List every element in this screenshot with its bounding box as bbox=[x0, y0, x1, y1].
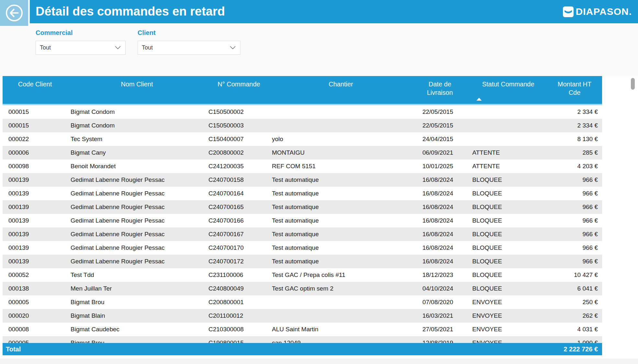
sort-ascending-icon bbox=[476, 98, 482, 101]
page-title: Détail des commandes en retard bbox=[36, 0, 225, 23]
table-row[interactable]: 000020 Bigmat Blain C201100012 16/03/202… bbox=[3, 309, 602, 323]
cell-code-client: 000139 bbox=[3, 173, 67, 187]
cell-statut-commande: ENVOYEE bbox=[469, 309, 547, 323]
report-page: Détail des commandes en retard DIAPASON.… bbox=[0, 0, 638, 364]
cell-montant-ht: 4 031 € bbox=[547, 323, 602, 336]
commercial-filter-dropdown[interactable]: Tout bbox=[36, 41, 126, 55]
cell-code-client: 000139 bbox=[3, 200, 67, 214]
cell-nom-client: Bigmat Brou bbox=[67, 295, 207, 309]
cell-montant-ht: 6 041 € bbox=[547, 282, 602, 295]
table-row[interactable]: 000005 Bigmat Brou C200800001 07/08/2020… bbox=[3, 295, 602, 309]
cell-date-livraison: 07/08/2020 bbox=[410, 295, 469, 309]
cell-chantier bbox=[271, 295, 410, 309]
cell-code-client: 000015 bbox=[3, 105, 67, 119]
table-row[interactable]: 000139 Gedimat Labenne Rougier Pessac C2… bbox=[3, 227, 602, 241]
cell-chantier: can 12049 bbox=[271, 336, 410, 343]
table-total-row: Total 2 222 726 € bbox=[3, 343, 602, 355]
cell-nom-client: Gedimat Labenne Rougier Pessac bbox=[67, 214, 207, 227]
cell-chantier bbox=[271, 309, 410, 323]
cell-num-commande: C200800001 bbox=[207, 295, 271, 309]
table-row[interactable]: 000005 Bigmat Brou C190800015 can 12049 … bbox=[3, 336, 602, 343]
cell-date-livraison: 27/05/2021 bbox=[410, 323, 469, 336]
cell-chantier bbox=[271, 119, 410, 132]
table-row[interactable]: 000139 Gedimat Labenne Rougier Pessac C2… bbox=[3, 173, 602, 187]
cell-montant-ht: 285 € bbox=[547, 146, 602, 160]
column-header-nom-client[interactable]: Nom Client bbox=[67, 76, 207, 104]
cell-statut-commande: BLOQUEE bbox=[469, 282, 547, 295]
table-row[interactable]: 000006 Bigmat Cany C200800002 MONTAIGU 0… bbox=[3, 146, 602, 160]
cell-nom-client: Bigmat Brou bbox=[67, 336, 207, 343]
cell-code-client: 000020 bbox=[3, 309, 67, 323]
cell-chantier: Test GAC / Prepa colis #11 bbox=[271, 268, 410, 282]
cell-chantier bbox=[271, 105, 410, 119]
orders-table: Code Client Nom Client N° Commande Chant… bbox=[3, 76, 602, 355]
cell-date-livraison: 16/08/2024 bbox=[410, 200, 469, 214]
cell-num-commande: C200800002 bbox=[207, 146, 271, 160]
column-header-num-commande[interactable]: N° Commande bbox=[207, 76, 271, 104]
app-header-bar: Détail des commandes en retard DIAPASON. bbox=[0, 0, 638, 23]
cell-chantier: MONTAIGU bbox=[271, 146, 410, 160]
table-row[interactable]: 000138 Men Juillan Ter C240800049 Test G… bbox=[3, 282, 602, 295]
client-filter-label: Client bbox=[138, 29, 156, 37]
cell-code-client: 000052 bbox=[3, 268, 67, 282]
cell-num-commande: C210300008 bbox=[207, 323, 271, 336]
cell-chantier: Test GAC optim sem 2 bbox=[271, 282, 410, 295]
table-row[interactable]: 000098 Benoit Morandet C241200035 REF CO… bbox=[3, 160, 602, 173]
cell-montant-ht: 966 € bbox=[547, 173, 602, 187]
column-header-chantier[interactable]: Chantier bbox=[271, 76, 410, 104]
cell-chantier: yolo bbox=[271, 132, 410, 146]
cell-code-client: 000139 bbox=[3, 227, 67, 241]
cell-date-livraison: 16/08/2024 bbox=[410, 173, 469, 187]
column-header-statut-commande[interactable]: Statut Commande bbox=[469, 76, 547, 104]
cell-code-client: 000022 bbox=[3, 132, 67, 146]
cell-chantier: Test automatique bbox=[271, 200, 410, 214]
cell-date-livraison: 16/08/2024 bbox=[410, 241, 469, 255]
cell-montant-ht: 262 € bbox=[547, 309, 602, 323]
vertical-scrollbar-thumb[interactable] bbox=[631, 78, 635, 90]
cell-chantier: Test automatique bbox=[271, 187, 410, 200]
cell-nom-client: Test Tdd bbox=[67, 268, 207, 282]
table-row[interactable]: 000052 Test Tdd C231100006 Test GAC / Pr… bbox=[3, 268, 602, 282]
cell-montant-ht: 10 427 € bbox=[547, 268, 602, 282]
cell-date-livraison: 16/08/2024 bbox=[410, 255, 469, 268]
cell-statut-commande bbox=[469, 132, 547, 146]
table-row[interactable]: 000139 Gedimat Labenne Rougier Pessac C2… bbox=[3, 187, 602, 200]
cell-statut-commande bbox=[469, 105, 547, 119]
client-filter-dropdown[interactable]: Tout bbox=[138, 41, 241, 55]
cell-nom-client: Men Juillan Ter bbox=[67, 282, 207, 295]
cell-montant-ht: 2 334 € bbox=[547, 105, 602, 119]
table-row[interactable]: 000139 Gedimat Labenne Rougier Pessac C2… bbox=[3, 214, 602, 227]
table-row[interactable]: 000015 Bigmat Condom C150500002 22/05/20… bbox=[3, 105, 602, 119]
table-row[interactable]: 000008 Bigmat Caudebec C210300008 ALU Sa… bbox=[3, 323, 602, 336]
cell-statut-commande bbox=[469, 119, 547, 132]
table-row[interactable]: 000015 Bigmat Condom C150500003 22/05/20… bbox=[3, 119, 602, 132]
cell-montant-ht: 966 € bbox=[547, 187, 602, 200]
column-header-date-livraison[interactable]: Date de Livraison bbox=[410, 76, 469, 104]
cell-date-livraison: 16/08/2024 bbox=[410, 214, 469, 227]
cell-chantier: Test automatique bbox=[271, 241, 410, 255]
chevron-down-icon bbox=[115, 46, 121, 50]
cell-statut-commande: BLOQUEE bbox=[469, 200, 547, 214]
cell-nom-client: Bigmat Cany bbox=[67, 146, 207, 160]
arrow-left-icon bbox=[5, 4, 23, 22]
column-header-montant-ht[interactable]: Montant HT Cde bbox=[547, 76, 602, 104]
cell-chantier: Test automatique bbox=[271, 227, 410, 241]
cell-montant-ht: 966 € bbox=[547, 255, 602, 268]
column-header-code-client[interactable]: Code Client bbox=[3, 76, 67, 104]
cell-num-commande: C201100012 bbox=[207, 309, 271, 323]
cell-statut-commande: BLOQUEE bbox=[469, 268, 547, 282]
cell-num-commande: C240800049 bbox=[207, 282, 271, 295]
cell-statut-commande: BLOQUEE bbox=[469, 255, 547, 268]
cell-num-commande: C240700170 bbox=[207, 241, 271, 255]
table-row[interactable]: 000139 Gedimat Labenne Rougier Pessac C2… bbox=[3, 255, 602, 268]
cell-chantier: Test automatique bbox=[271, 255, 410, 268]
table-row[interactable]: 000139 Gedimat Labenne Rougier Pessac C2… bbox=[3, 241, 602, 255]
cell-chantier: Test automatique bbox=[271, 214, 410, 227]
cell-statut-commande: BLOQUEE bbox=[469, 214, 547, 227]
brand-logo: DIAPASON. bbox=[563, 0, 632, 23]
commercial-filter-label: Commercial bbox=[36, 29, 73, 37]
cell-num-commande: C150400007 bbox=[207, 132, 271, 146]
table-row[interactable]: 000022 Tec System C150400007 yolo 24/04/… bbox=[3, 132, 602, 146]
back-button[interactable] bbox=[0, 0, 30, 26]
table-row[interactable]: 000139 Gedimat Labenne Rougier Pessac C2… bbox=[3, 200, 602, 214]
